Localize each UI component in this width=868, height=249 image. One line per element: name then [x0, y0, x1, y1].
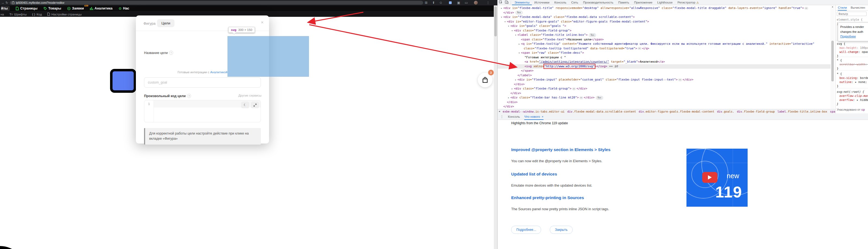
breadcrumb-exbe-modal--window[interactable]: exbe-modal--window.is-tabs.editor-ui — [503, 110, 565, 113]
url-text[interactable]: lp500401.myflexbe.com/?mode=editor — [16, 1, 64, 4]
device-toolbar-icon[interactable] — [503, 0, 509, 5]
tree-node[interactable]: ▸<q is="flexbe-tooltip" content="Укажите… — [498, 42, 831, 46]
elements-tree[interactable]: ▸<div is="flexbe-modal-title" responsive… — [498, 6, 831, 109]
toolbar-item-шрифты[interactable]: ТтШрифты — [9, 13, 27, 16]
whats-new-title[interactable]: Updated list of devices — [511, 172, 557, 177]
tree-node[interactable]: "Готовые интеграции с " — [498, 55, 831, 60]
flex-badge[interactable]: flex — [596, 96, 603, 100]
tree-node[interactable]: ▸<div class="flexbe-bar has-line mt20">⋯… — [498, 96, 831, 100]
inspect-element-icon[interactable] — [498, 0, 503, 5]
close-icon[interactable]: × — [541, 115, 544, 118]
toolbar-item-код[interactable]: { }Код — [32, 13, 42, 16]
play-icon[interactable] — [702, 172, 717, 183]
tab-search-icon[interactable]: ⊞ — [425, 0, 428, 5]
tree-node[interactable]: </div> — [498, 91, 831, 96]
flex-badge[interactable]: flex — [589, 33, 596, 37]
devtools-tab-память[interactable]: Память — [616, 0, 631, 5]
whats-new-title[interactable]: Improved @property section in Elements >… — [511, 147, 610, 152]
tab-console[interactable]: Консоль — [508, 113, 520, 120]
breadcrumb-span[interactable]: span.flexbe-desc — [830, 110, 835, 113]
toolbar-item-настройки страницы[interactable]: Настройки страницы — [47, 12, 82, 16]
tree-node[interactable]: </div> — [498, 104, 831, 109]
forward-icon[interactable]: → — [1, 0, 4, 5]
style-rule[interactable]: * {box-sizing: border-box;outline: ▸ non… — [837, 72, 868, 88]
tree-node[interactable]: ▾<div is="editor-figure-goals" class="ed… — [498, 20, 831, 24]
tab-computed[interactable]: Вычислен — [850, 5, 865, 10]
page-scrollbar[interactable] — [494, 5, 497, 249]
tree-node[interactable]: </div> — [498, 82, 831, 87]
tree-node[interactable]: ▾<div is="goals" class="goals "> — [498, 24, 831, 29]
scroll-up-arrow-icon[interactable]: ▲ — [832, 6, 834, 8]
tree-node[interactable]: <span class="flexbe-text">Название цели<… — [498, 37, 831, 42]
tree-node[interactable]: ▸<div is="flexbe-modal-title" responsive… — [498, 6, 831, 10]
style-rule[interactable]: * {scrollbar-width: thin;} — [837, 58, 868, 71]
figure-rect[interactable] — [110, 69, 136, 93]
goal-name-input[interactable] — [144, 77, 261, 87]
tree-node[interactable]: </label> — [498, 73, 831, 78]
learn-more-button[interactable]: Подробнее... — [511, 226, 541, 234]
tab-styles[interactable]: Стили — [838, 5, 847, 10]
browser-menu-icon[interactable]: ⋮ — [487, 0, 490, 5]
devtools-tab-lighthouse[interactable]: Lighthouse — [655, 0, 675, 5]
tree-node[interactable]: </div> — [498, 100, 831, 105]
nav-item-товары[interactable]: Товары — [43, 6, 61, 10]
tab-figure[interactable]: Фигура — [144, 22, 155, 26]
whats-new-title[interactable]: Enhanced pretty-printing in Sources — [511, 195, 584, 200]
tree-node[interactable]: ▾<div class="flexbe-field-group"> — [498, 29, 831, 33]
devtools-tab-источники[interactable]: Источники — [532, 0, 552, 5]
nav-item-заявки[interactable]: Заявки439 — [67, 6, 84, 10]
devtools-tab-элементы[interactable]: Элементы — [512, 0, 532, 5]
tab-whats-new[interactable]: Что нового × — [524, 113, 544, 120]
breadcrumb-div[interactable]: div.editor-figure-goals.flexbe-modal-con… — [639, 110, 714, 113]
drawer-menu-icon[interactable]: ⋮ — [500, 115, 503, 118]
devtools-tab-производительность[interactable]: Производительность — [581, 0, 616, 5]
tree-node[interactable]: </div>flex — [498, 10, 831, 15]
breadcrumb-div[interactable]: div.flexbe-field-group — [737, 110, 775, 113]
nav-item-нас[interactable]: ⚙Нас — [119, 6, 129, 10]
cast-icon[interactable]: ▭ — [465, 0, 468, 5]
tree-node[interactable]: ▾<div is="flexbe-modal-data" class="flex… — [498, 15, 831, 20]
flex-badge[interactable]: flex — [516, 11, 523, 14]
tree-node[interactable]: class="flexbe-tooltip tooltipstered" dat… — [498, 46, 831, 51]
bookmark-icon[interactable]: ✩ — [439, 0, 442, 5]
devtools-tab-консоль[interactable]: Консоль — [552, 0, 569, 5]
devtools-tab-сеть[interactable]: Сеть — [569, 0, 581, 5]
tree-node[interactable]: <a href="/admin/settings/integration/cou… — [498, 60, 831, 64]
address-bar[interactable]: lp500401.myflexbe.com/?mode=editor — [10, 1, 423, 5]
extension-icon[interactable] — [449, 1, 452, 4]
expand-icon[interactable] — [251, 102, 259, 108]
breadcrumb-div[interactable]: div.flexbe-modal-data.scrollable-content — [567, 110, 636, 113]
styles-filter-input[interactable] — [837, 12, 867, 16]
nav-item-аналитика[interactable]: Аналитика — [90, 6, 113, 10]
tree-node[interactable]: ▾<span is="raw" class="flexbe-desc"> — [498, 51, 831, 55]
breadcrumb-div[interactable]: div.goals. — [717, 110, 734, 113]
other-services-link[interactable]: Другие сервисы — [238, 94, 261, 97]
close-button[interactable]: Закрыть — [550, 226, 572, 234]
elements-scrollbar-thumb[interactable] — [831, 41, 834, 81]
dark-mode-moon-icon[interactable]: ☾ — [241, 102, 249, 108]
learn-more-link[interactable]: Подробнее — [840, 35, 856, 38]
profile-avatar[interactable] — [474, 1, 478, 5]
devtools-tab-приложение[interactable]: Приложение — [631, 0, 655, 5]
close-icon[interactable]: × — [261, 20, 264, 25]
style-rule[interactable]: svg {max-height: 100px;will-change: opac… — [837, 42, 868, 58]
tab-goals[interactable]: Цели — [157, 19, 175, 27]
tree-node[interactable]: ▸<div is="flexbe-input" placeholder="cus… — [498, 78, 831, 82]
analytics-link[interactable]: Аналитикой — [210, 71, 227, 74]
share-icon[interactable]: ⬆ — [432, 0, 435, 5]
tree-node[interactable]: <svg xmlns="http://www.w3.org/2000/svg">… — [498, 64, 831, 69]
tree-node[interactable]: </span> — [498, 69, 831, 73]
help-icon[interactable]: ? — [187, 94, 191, 98]
nav-item-йты[interactable]: йты — [1, 6, 10, 11]
tree-node[interactable]: ▸<div class="flexbe-field-group">⋯</div> — [498, 86, 831, 91]
nav-item-страницы[interactable]: Страницы — [16, 6, 37, 10]
extensions-puzzle-icon[interactable]: ▣ — [457, 0, 460, 5]
style-rule[interactable]: svg:not(:root) {overflow-clip-margin: co… — [837, 90, 868, 106]
breadcrumb-label[interactable]: label.flexbe-title.inline-box — [777, 110, 827, 113]
refresh-icon[interactable]: ↻ — [5, 0, 8, 5]
help-icon[interactable]: ? — [169, 51, 173, 55]
goal-code-editor[interactable]: 1 ☾ — [144, 100, 261, 122]
chrome-119-video-thumbnail[interactable]: new 119 — [686, 149, 748, 207]
page-scrollbar-thumb[interactable] — [494, 6, 497, 36]
toolbar-item-на[interactable]: на — [1, 13, 4, 16]
